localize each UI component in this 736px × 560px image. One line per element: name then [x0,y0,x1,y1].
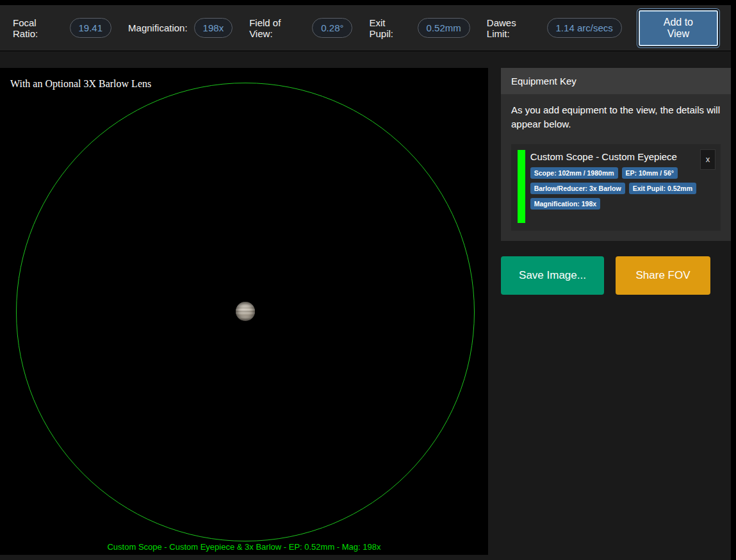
equipment-color-swatch [518,150,525,223]
eyepiece-tag: EP: 10mm / 56° [622,167,678,179]
save-image-button[interactable]: Save Image... [501,256,604,295]
share-fov-button[interactable]: Share FOV [616,256,710,295]
stat-field-of-view: Field of View: 0.28° [249,17,352,39]
remove-equipment-button[interactable]: x [700,149,716,170]
field-of-view-value: 0.28° [312,18,352,38]
equipment-key-panel: Equipment Key As you add equipment to th… [501,68,731,241]
right-edge [731,0,736,560]
action-buttons: Save Image... Share FOV [501,256,731,295]
scope-tag: Scope: 102mm / 1980mm [530,167,618,179]
dawes-limit-value: 1.14 arc/secs [547,18,622,38]
page: Focal Ratio: 19.41 Magnification: 198x F… [0,0,736,560]
right-column: Equipment Key As you add equipment to th… [501,68,731,295]
tag-row: Magnification: 198x [530,198,696,210]
equipment-item: Custom Scope - Custom Eyepiece Scope: 10… [511,144,721,231]
equipment-key-title: Equipment Key [501,68,731,94]
jupiter-image [236,302,255,321]
dawes-limit-label: Dawes Limit: [487,17,541,39]
fov-caption: Custom Scope - Custom Eyepiece & 3x Barl… [0,542,488,552]
equipment-item-title: Custom Scope - Custom Eyepiece [530,151,696,162]
barlow-tag: Barlow/Reducer: 3x Barlow [530,183,625,194]
equipment-key-description: As you add equipment to the view, the de… [511,103,721,131]
tag-row: Barlow/Reducer: 3x Barlow Exit Pupil: 0.… [530,183,696,194]
magnification-tag: Magnification: 198x [530,198,600,210]
stats-bar: Focal Ratio: 19.41 Magnification: 198x F… [0,5,736,51]
barlow-caption: With an Optional 3X Barlow Lens [10,78,151,90]
stat-exit-pupil: Exit Pupil: 0.52mm [369,17,470,39]
exit-pupil-label: Exit Pupil: [369,17,411,39]
focal-ratio-value: 19.41 [70,18,112,38]
equipment-details: Custom Scope - Custom Eyepiece Scope: 10… [530,150,714,223]
exit-pupil-tag: Exit Pupil: 0.52mm [629,183,696,194]
equipment-key-body: As you add equipment to the view, the de… [501,94,731,241]
magnification-value: 198x [194,18,233,38]
stat-magnification: Magnification: 198x [128,18,233,38]
exit-pupil-value: 0.52mm [418,18,470,38]
stat-focal-ratio: Focal Ratio: 19.41 [13,17,111,39]
focal-ratio-label: Focal Ratio: [13,17,63,39]
top-edge [0,0,736,5]
tag-row: Scope: 102mm / 1980mm EP: 10mm / 56° [530,167,696,179]
magnification-label: Magnification: [128,22,188,33]
fov-viewer: With an Optional 3X Barlow Lens Custom S… [0,68,488,555]
add-to-view-button[interactable]: Add to View [639,10,718,46]
field-of-view-label: Field of View: [249,17,306,39]
stat-dawes-limit: Dawes Limit: 1.14 arc/secs [487,17,622,39]
